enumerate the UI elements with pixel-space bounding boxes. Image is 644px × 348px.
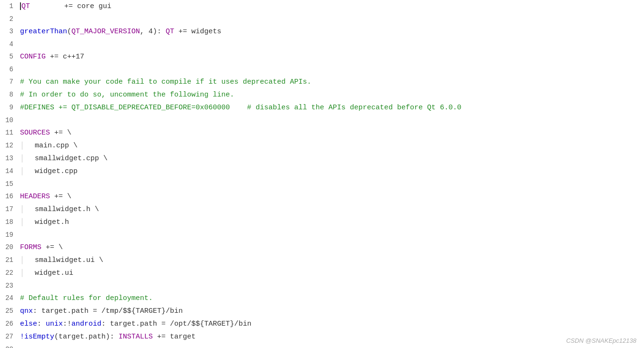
line-number: 21 bbox=[0, 254, 20, 266]
token: += core gui bbox=[30, 2, 111, 10]
token: CONFIG bbox=[20, 53, 46, 61]
token: QT bbox=[21, 2, 30, 10]
code-line: 13│ smallwidget.cpp \ bbox=[0, 152, 644, 165]
line-content: qnx: target.path = /tmp/$${TARGET}/bin bbox=[20, 305, 183, 318]
line-content: HEADERS += \ bbox=[20, 191, 71, 203]
line-content: # You can make your code fail to compile… bbox=[20, 76, 311, 88]
token: HEADERS bbox=[20, 193, 50, 201]
line-content: else: unix:!android: target.path = /opt/… bbox=[20, 318, 251, 330]
code-line: 4 bbox=[0, 38, 644, 50]
line-content: │ widget.cpp bbox=[20, 165, 78, 178]
token: :! bbox=[63, 320, 71, 328]
line-content: │ main.cpp \ bbox=[20, 140, 78, 152]
code-line: 15 bbox=[0, 178, 644, 190]
token: smallwidget.cpp \ bbox=[26, 155, 108, 163]
line-number: 27 bbox=[0, 330, 20, 343]
token: # You can make your code fail to compile… bbox=[20, 78, 311, 86]
code-line: 11SOURCES += \ bbox=[0, 126, 644, 139]
line-number: 26 bbox=[0, 318, 20, 330]
line-number: 18 bbox=[0, 216, 20, 228]
code-line: 20FORMS += \ bbox=[0, 241, 644, 254]
code-line: 28 bbox=[0, 343, 644, 348]
line-content: FORMS += \ bbox=[20, 242, 63, 254]
line-content: SOURCES += \ bbox=[20, 127, 71, 139]
token: QT_MAJOR_VERSION bbox=[71, 28, 140, 36]
token: widget.h bbox=[26, 218, 69, 226]
code-line: 16HEADERS += \ bbox=[0, 190, 644, 203]
code-line: 24# Default rules for deployment. bbox=[0, 292, 644, 305]
code-line: 21│ smallwidget.ui \ bbox=[0, 254, 644, 267]
line-content: │ widget.h bbox=[20, 216, 69, 229]
code-line: 10 bbox=[0, 114, 644, 126]
line-content: │ smallwidget.cpp \ bbox=[20, 153, 108, 165]
token: # Default rules for deployment. bbox=[20, 294, 153, 302]
code-line: 25qnx: target.path = /tmp/$${TARGET}/bin bbox=[0, 305, 644, 318]
code-line: 3greaterThan(QT_MAJOR_VERSION, 4): QT +=… bbox=[0, 25, 644, 38]
line-number: 1 bbox=[0, 0, 20, 12]
line-content: CONFIG += c++17 bbox=[20, 51, 84, 63]
token: += c++17 bbox=[46, 53, 84, 61]
text-cursor bbox=[20, 2, 21, 10]
line-content: │ smallwidget.h \ bbox=[20, 203, 99, 216]
line-number: 2 bbox=[0, 13, 20, 25]
token: # In order to do so, uncomment the follo… bbox=[20, 91, 234, 99]
line-content: #DEFINES += QT_DISABLE_DEPRECATED_BEFORE… bbox=[20, 102, 461, 114]
token: += \ bbox=[50, 129, 71, 137]
line-number: 13 bbox=[0, 152, 20, 164]
line-number: 11 bbox=[0, 126, 20, 139]
token: !isEmpty bbox=[20, 333, 54, 341]
line-number: 7 bbox=[0, 76, 20, 88]
token: += \ bbox=[41, 243, 63, 251]
code-line: 19 bbox=[0, 229, 644, 241]
line-content: QT += core gui bbox=[20, 0, 111, 13]
token: (target.path): bbox=[54, 333, 119, 341]
line-number: 8 bbox=[0, 88, 20, 101]
token: ( bbox=[67, 28, 71, 36]
line-number: 6 bbox=[0, 63, 20, 76]
code-line: 9#DEFINES += QT_DISABLE_DEPRECATED_BEFOR… bbox=[0, 101, 644, 114]
token: widget.cpp bbox=[26, 167, 78, 175]
token: FORMS bbox=[20, 243, 41, 251]
line-number: 23 bbox=[0, 280, 20, 292]
line-number: 20 bbox=[0, 241, 20, 253]
line-number: 3 bbox=[0, 25, 20, 38]
line-number: 24 bbox=[0, 292, 20, 304]
token: main.cpp \ bbox=[26, 142, 78, 150]
token: , 4): bbox=[140, 28, 166, 36]
line-number: 9 bbox=[0, 101, 20, 114]
token: unix bbox=[46, 320, 63, 328]
token: += target bbox=[153, 333, 196, 341]
line-content: # In order to do so, uncomment the follo… bbox=[20, 89, 234, 101]
line-number: 28 bbox=[0, 343, 20, 348]
code-line: 2 bbox=[0, 13, 644, 25]
token: SOURCES bbox=[20, 129, 50, 137]
line-content: │ smallwidget.ui \ bbox=[20, 254, 103, 267]
token: smallwidget.ui \ bbox=[26, 256, 103, 264]
line-content: !isEmpty(target.path): INSTALLS += targe… bbox=[20, 331, 196, 343]
watermark: CSDN @SNAKEpc12138 bbox=[566, 337, 636, 344]
line-number: 5 bbox=[0, 50, 20, 63]
line-number: 4 bbox=[0, 38, 20, 50]
code-line: 1QT += core gui bbox=[0, 0, 644, 13]
token: : target.path = /tmp/$${TARGET}/bin bbox=[33, 307, 183, 315]
token: android bbox=[71, 320, 101, 328]
code-line: 7# You can make your code fail to compil… bbox=[0, 76, 644, 88]
line-number: 25 bbox=[0, 305, 20, 317]
code-line: 23 bbox=[0, 280, 644, 292]
line-number: 10 bbox=[0, 114, 20, 126]
line-number: 12 bbox=[0, 139, 20, 152]
code-line: 27!isEmpty(target.path): INSTALLS += tar… bbox=[0, 330, 644, 343]
line-content: # Default rules for deployment. bbox=[20, 292, 153, 305]
token: : bbox=[37, 320, 46, 328]
token: QT bbox=[166, 28, 174, 36]
code-line: 6 bbox=[0, 63, 644, 76]
code-line: 8# In order to do so, uncomment the foll… bbox=[0, 88, 644, 101]
token: : target.path = /opt/$${TARGET}/bin bbox=[101, 320, 251, 328]
code-line: 18│ widget.h bbox=[0, 216, 644, 229]
token: greaterThan bbox=[20, 28, 67, 36]
line-number: 14 bbox=[0, 165, 20, 177]
line-number: 22 bbox=[0, 267, 20, 279]
token: smallwidget.h \ bbox=[26, 205, 99, 213]
token: #DEFINES += QT_DISABLE_DEPRECATED_BEFORE… bbox=[20, 104, 461, 112]
code-editor: 1QT += core gui23greaterThan(QT_MAJOR_VE… bbox=[0, 0, 644, 348]
